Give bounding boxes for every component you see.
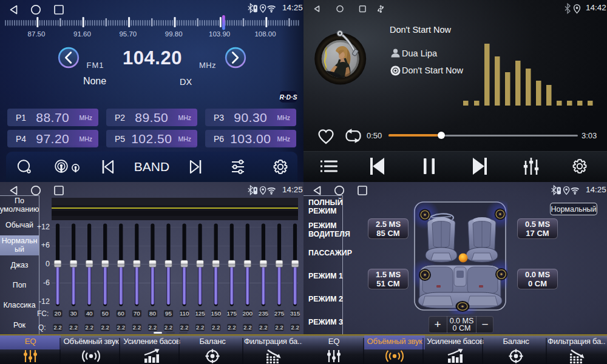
svg-text:30: 30 [70, 310, 77, 317]
svg-text:91.60: 91.60 [73, 30, 91, 38]
svg-text:2.2: 2.2 [117, 324, 125, 331]
svg-text:108.00: 108.00 [254, 30, 276, 38]
svg-text:2.2: 2.2 [275, 324, 283, 331]
svg-text:2.2: 2.2 [196, 324, 205, 331]
svg-text:2.2: 2.2 [212, 324, 220, 331]
svg-text:2.2: 2.2 [164, 324, 173, 331]
svg-text:2.2: 2.2 [69, 324, 78, 331]
svg-text:2.2: 2.2 [132, 324, 141, 331]
svg-text:315: 315 [290, 310, 300, 317]
svg-text:BAND: BAND [134, 160, 169, 174]
svg-text:95: 95 [165, 310, 172, 317]
svg-text:2.2: 2.2 [85, 324, 93, 331]
svg-text:2.2: 2.2 [101, 324, 109, 331]
svg-text:235: 235 [259, 310, 269, 317]
svg-text:70: 70 [134, 310, 140, 317]
svg-text:50: 50 [102, 310, 109, 317]
svg-text:2.2: 2.2 [149, 324, 157, 331]
svg-text:40: 40 [86, 310, 93, 317]
svg-text:2.2: 2.2 [53, 324, 62, 331]
svg-text:99.80: 99.80 [165, 30, 183, 38]
svg-text:275: 275 [274, 310, 285, 317]
svg-text:175: 175 [227, 310, 237, 317]
svg-text:2.2: 2.2 [243, 324, 252, 331]
svg-text:60: 60 [118, 310, 124, 317]
svg-text:2.2: 2.2 [259, 324, 268, 331]
svg-text:2.2: 2.2 [180, 324, 189, 331]
svg-text:110: 110 [180, 310, 189, 317]
svg-text:20: 20 [55, 310, 61, 317]
svg-text:95.70: 95.70 [119, 30, 137, 38]
svg-text:80: 80 [149, 310, 156, 317]
svg-text:150: 150 [211, 310, 222, 317]
svg-text:2.2: 2.2 [291, 324, 299, 331]
svg-text:103.90: 103.90 [209, 30, 230, 38]
svg-text:87.50: 87.50 [28, 30, 46, 38]
svg-text:200: 200 [243, 310, 253, 317]
svg-text:125: 125 [195, 310, 205, 317]
svg-text:2.2: 2.2 [228, 324, 236, 331]
